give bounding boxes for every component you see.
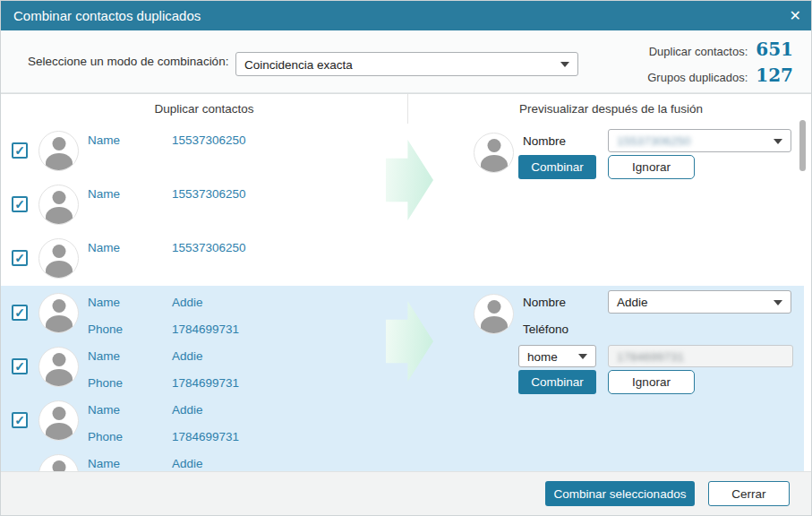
ignore-button[interactable]: Ignorar [608, 370, 695, 394]
row-checkbox[interactable]: ✓ [12, 305, 28, 321]
table-row: ✓ Name Addie Phone 1784699731 [1, 286, 408, 340]
combine-button[interactable]: Combinar [518, 370, 596, 394]
table-row: ✓ Name 15537306250 [1, 231, 408, 285]
duplicate-group-selected: ✓ Name Addie Phone 1784699731 ✓ Name Add… [1, 286, 804, 471]
avatar [38, 185, 79, 225]
preview-name-value: 15537306250 [617, 134, 691, 148]
field-value: 15537306250 [172, 241, 246, 254]
merge-duplicates-dialog: Combinar contactos duplicados ✕ Seleccio… [0, 0, 812, 516]
check-icon: ✓ [14, 144, 25, 157]
column-header-duplicates: Duplicar contactos [1, 94, 408, 125]
preview-name-label: Nombre [523, 134, 566, 148]
stat-duplicate-contacts: Duplicar contactos: 651 [647, 39, 793, 64]
field-label: Phone [88, 376, 123, 390]
avatar [474, 294, 514, 334]
window-title: Combinar contactos duplicados [13, 1, 201, 30]
field-label: Name [88, 457, 120, 470]
chevron-down-icon [774, 300, 782, 305]
check-icon: ✓ [14, 252, 25, 264]
row-checkbox[interactable]: ✓ [12, 250, 28, 266]
avatar [38, 400, 79, 441]
duplicates-list: ✓ Name 15537306250 ✓ Name 15537306250 ✓ … [1, 124, 812, 471]
field-label: Name [88, 241, 120, 254]
column-header-preview: Previsualizar después de la fusión [409, 94, 812, 125]
phone-value: 1784699731 [617, 349, 684, 363]
table-row: ✓ Name Addie Phone 1784699731 [1, 340, 408, 393]
table-row: ✓ Name Addie Phone 1784699731 [1, 393, 408, 447]
phone-value-input[interactable]: 1784699731 [608, 345, 793, 367]
avatar [38, 238, 79, 279]
field-value: 15537306250 [172, 187, 246, 201]
stat-duplicate-groups: Grupos duplicados: 127 [647, 64, 793, 90]
phone-type-value: home [527, 349, 558, 363]
field-label: Phone [88, 430, 123, 443]
preview-name-select[interactable]: 15537306250 [608, 129, 791, 152]
field-value: 1784699731 [172, 376, 239, 390]
close-icon[interactable]: ✕ [790, 1, 801, 30]
chevron-down-icon [560, 62, 569, 67]
field-label: Name [88, 296, 120, 309]
row-checkbox[interactable]: ✓ [12, 412, 28, 428]
avatar [38, 347, 79, 387]
stat-value: 127 [756, 64, 793, 86]
duplicate-group: ✓ Name 15537306250 ✓ Name 15537306250 ✓ … [1, 124, 812, 286]
preview-name-select[interactable]: Addie [608, 290, 791, 314]
chevron-down-icon [578, 354, 587, 359]
check-icon: ✓ [14, 198, 25, 211]
row-checkbox[interactable]: ✓ [12, 142, 28, 159]
avatar [474, 133, 514, 173]
field-label: Name [88, 349, 120, 363]
field-value: Addie [172, 349, 203, 363]
avatar [38, 454, 79, 471]
check-icon: ✓ [14, 306, 25, 319]
field-label: Name [88, 133, 120, 147]
field-label: Phone [88, 322, 123, 336]
avatar [38, 293, 79, 333]
phone-type-select[interactable]: home [518, 345, 596, 367]
table-row: ✓ Name 15537306250 [1, 177, 408, 231]
field-value: 15537306250 [172, 133, 246, 147]
column-headers: Duplicar contactos Previsualizar después… [1, 93, 812, 124]
footer-bar: Combinar seleccionados Cerrar [1, 471, 812, 516]
table-row: ✓ Name 15537306250 [1, 124, 408, 177]
merge-mode-select[interactable]: Coincidencia exacta [235, 52, 578, 76]
field-label: Name [88, 187, 120, 201]
combine-selected-button[interactable]: Combinar seleccionados [545, 481, 695, 506]
chevron-down-icon [774, 139, 782, 144]
scrollbar-thumb[interactable] [799, 120, 806, 171]
table-row-partial: Name Addie [1, 447, 408, 471]
field-value: Addie [172, 457, 203, 470]
field-value: 1784699731 [172, 322, 239, 336]
close-button[interactable]: Cerrar [708, 481, 790, 506]
avatar [38, 131, 79, 171]
preview-phone-label: Teléfono [523, 322, 568, 336]
row-checkbox[interactable]: ✓ [12, 358, 28, 374]
field-value: Addie [172, 403, 203, 417]
check-icon: ✓ [14, 414, 25, 426]
stats-panel: Duplicar contactos: 651 Grupos duplicado… [647, 39, 793, 90]
check-icon: ✓ [14, 360, 25, 373]
row-checkbox[interactable]: ✓ [12, 196, 28, 212]
header-bar: Seleccione un modo de combinación: Coinc… [1, 30, 812, 93]
field-value: Addie [172, 296, 203, 309]
stat-label: Grupos duplicados: [647, 71, 748, 84]
titlebar: Combinar contactos duplicados ✕ [1, 1, 812, 30]
merge-mode-value: Coincidencia exacta [244, 57, 353, 71]
stat-label: Duplicar contactos: [649, 45, 748, 58]
mode-label: Seleccione un modo de combinación: [28, 55, 228, 68]
field-label: Name [88, 403, 120, 417]
preview-name-value: Addie [617, 296, 648, 309]
preview-name-label: Nombre [523, 296, 566, 309]
field-value: 1784699731 [172, 430, 239, 443]
ignore-button[interactable]: Ignorar [608, 155, 695, 179]
combine-button[interactable]: Combinar [518, 155, 596, 179]
stat-value: 651 [756, 39, 793, 60]
